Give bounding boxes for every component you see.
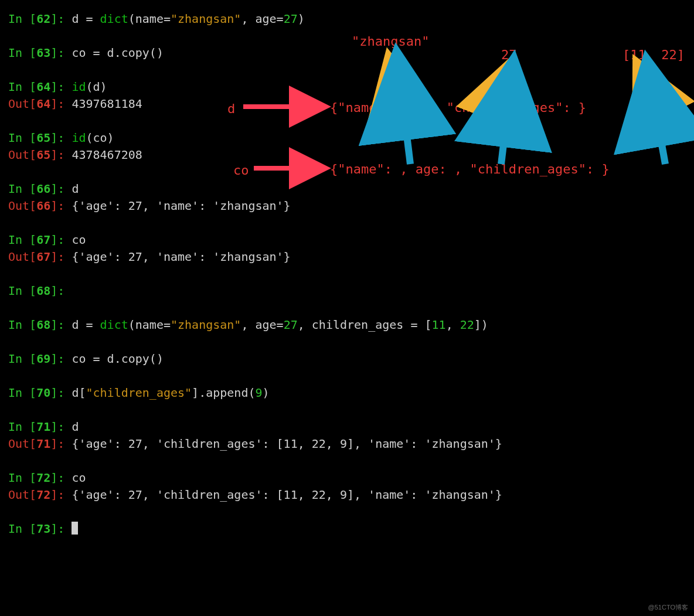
cell-in-67: In [67]: co [8, 232, 686, 249]
cell-in-71: In [71]: d [8, 418, 686, 435]
annot-27: 27 [501, 46, 517, 64]
cell-in-64: In [64]: id(d) [8, 79, 686, 96]
cell-out-72: Out[72]: {'age': 27, 'children_ages': [1… [8, 486, 686, 503]
cell-in-68-empty: In [68]: [8, 283, 686, 300]
cell-in-68: In [68]: d = dict(name="zhangsan", age=2… [8, 316, 686, 333]
annot-co-dict: {"name": , age: , "children_ages": } [330, 160, 610, 179]
cell-in-63: In [63]: co = d.copy() [8, 45, 686, 62]
watermark: @51CTO博客 [648, 603, 688, 612]
cell-out-71: Out[71]: {'age': 27, 'children_ages': [1… [8, 435, 686, 452]
cell-out-66: Out[66]: {'age': 27, 'name': 'zhangsan'} [8, 198, 686, 215]
annot-list: [11, 22] [622, 46, 685, 64]
cell-in-70: In [70]: d["children_ages"].append(9) [8, 384, 686, 401]
cell-in-62: In [62]: d = dict(name="zhangsan", age=2… [8, 11, 686, 28]
annot-co-label: co [233, 161, 249, 180]
cursor-icon [72, 522, 78, 535]
annot-d-label: d [227, 100, 235, 118]
cell-in-73[interactable]: In [73]: [8, 520, 686, 537]
annot-zhangsan: "zhangsan" [352, 32, 429, 51]
cell-in-69: In [69]: co = d.copy() [8, 350, 686, 367]
annot-d-dict: {"name" , age: "children_ages": } [330, 98, 586, 117]
cell-in-72: In [72]: co [8, 469, 686, 486]
cell-in-65: In [65]: id(co) [8, 130, 686, 147]
cell-in-66: In [66]: d [8, 181, 686, 198]
cell-out-67: Out[67]: {'age': 27, 'name': 'zhangsan'} [8, 249, 686, 266]
terminal-body: In [62]: d = dict(name="zhangsan", age=2… [8, 11, 686, 537]
